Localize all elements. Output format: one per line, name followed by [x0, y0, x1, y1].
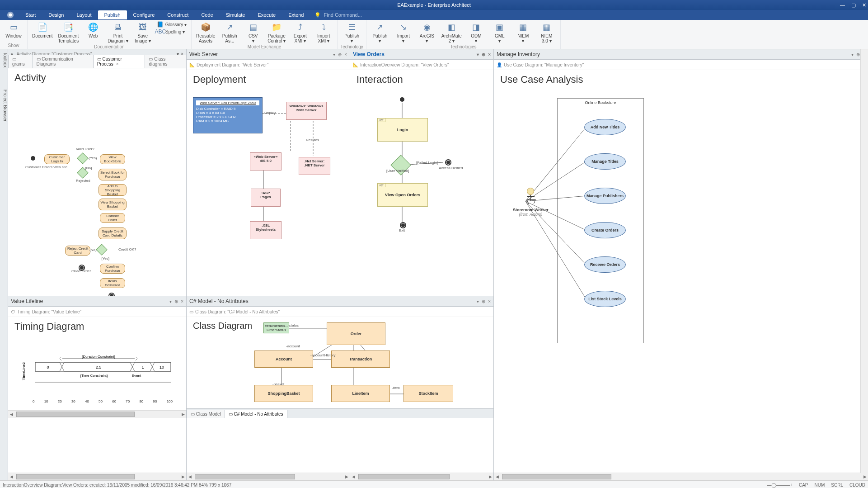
maximize-icon[interactable]: ▢ — [851, 2, 856, 8]
enum-node[interactable]: «enumeratio...OrderStatus — [263, 322, 289, 333]
activity-tabs: ▭ grams▭ Communication Diagrams▭ Custome… — [8, 59, 186, 68]
close-icon[interactable]: ✕ — [862, 2, 866, 8]
hscrollbar[interactable]: ◀▶ — [494, 473, 868, 480]
ribbon-export-xmi-[interactable]: ⤴ExportXMI ▾ — [289, 21, 311, 44]
menu-execute[interactable]: Execute — [251, 10, 282, 19]
actor[interactable]: Storeroom Worker(from Actors) — [513, 188, 549, 217]
ribbon-document[interactable]: 📄Document — [30, 21, 55, 39]
ribbon-archimate-[interactable]: ◧ArchiMate2 ▾ — [440, 21, 464, 44]
ribbon-document-templates[interactable]: 📑DocumentTemplates — [56, 21, 81, 44]
use-case[interactable]: Receive Orders — [584, 256, 626, 273]
class-node[interactable]: StockItem — [404, 385, 453, 402]
deployment-node[interactable]: :XSL Stylesheets — [250, 221, 282, 239]
menu-design[interactable]: Design — [42, 10, 70, 19]
class-node[interactable]: Order — [327, 322, 385, 345]
pane-header[interactable]: Manage Inventory▾⊕× — [494, 49, 868, 60]
interaction-ref[interactable]: refView Open Orders — [377, 183, 428, 207]
ribbon-window[interactable]: ▭Window — [3, 21, 24, 39]
menu-layout[interactable]: Layout — [70, 10, 98, 19]
find-command[interactable]: 💡 Find Command... — [314, 12, 361, 18]
pin-icon[interactable]: ⊕ — [338, 52, 342, 57]
use-case[interactable]: Manage Publishers — [584, 188, 626, 204]
activity-node[interactable]: Commit Order — [100, 213, 125, 223]
tab-cs-model[interactable]: ▭ C# Model - No Attributes — [225, 410, 287, 418]
ribbon-package-control-[interactable]: 📁PackageControl ▾ — [266, 21, 287, 44]
tab-grams[interactable]: ▭ grams — [8, 55, 33, 68]
ribbon-import-[interactable]: ↘Import▾ — [393, 21, 414, 44]
menu-configure[interactable]: Configure — [127, 10, 161, 19]
ribbon-gml-[interactable]: ▣GML▾ — [489, 21, 511, 44]
activity-node[interactable]: Add to Shopping Basket — [99, 184, 127, 196]
deployment-node[interactable]: «Web Server» :IIS 5.0 — [250, 152, 282, 171]
menu-start[interactable]: Start — [19, 10, 42, 19]
ribbon-arcgis-[interactable]: ◉ArcGIS▾ — [416, 21, 438, 44]
menu-bar: Start Design Layout Publish Configure Co… — [0, 10, 868, 20]
status-right: —◯———+ CAP NUM SCRL CLOUD — [767, 483, 865, 488]
activity-node[interactable]: Reject Credit Card — [65, 246, 90, 256]
ribbon-publish-[interactable]: ☰Publish▾ — [341, 21, 363, 44]
class-node[interactable]: Account — [254, 351, 313, 368]
pane-header[interactable]: Value Lifeline▾⊕× — [8, 296, 186, 307]
device-node[interactable]: Web Server: Dell PowerEdge 2650Disk Cont… — [193, 97, 263, 133]
ribbon-import-xmi-[interactable]: ⤵ImportXMI ▾ — [313, 21, 334, 44]
activity-node[interactable]: Supply Credit Card Details — [99, 227, 127, 239]
pane-header[interactable]: Web Server▾⊕× — [187, 49, 350, 60]
minimize-icon[interactable]: — — [840, 2, 845, 8]
zoom-slider[interactable]: —◯———+ — [767, 483, 793, 488]
tab-communication-diagrams[interactable]: ▭ Communication Diagrams — [33, 55, 94, 68]
activity-node[interactable]: Customer Logs In — [44, 154, 70, 164]
ribbon-niem-[interactable]: ▦NIEM3.0 ▾ — [536, 21, 558, 44]
activity-node[interactable]: Items Delivered — [100, 278, 125, 288]
ribbon-odm-[interactable]: ◨ODM▾ — [465, 21, 487, 44]
cs-model-pane: C# Model - No Attributes▾⊕× ▭Class Diagr… — [187, 296, 494, 418]
hscrollbar[interactable]: ◀▶ — [8, 473, 186, 480]
ribbon-reusable-assets[interactable]: 📦ReusableAssets — [194, 21, 217, 44]
tab-customer-process[interactable]: ▭ Customer Process× — [93, 55, 145, 68]
timing-diagram: TimeLine2 {Duration Constraint} 0 2.5 1 … — [26, 353, 175, 403]
use-case[interactable]: Add New Titles — [584, 119, 626, 135]
menu-code[interactable]: Code — [195, 10, 219, 19]
ribbon-publish-[interactable]: ↗Publish▾ — [369, 21, 391, 44]
pane-header[interactable]: C# Model - No Attributes▾⊕× — [187, 296, 493, 307]
pane-header[interactable]: View Orders▾⊕× — [350, 49, 493, 60]
activity-node[interactable]: Confirm Purchase — [100, 264, 125, 274]
hscrollbar[interactable]: ◀▶ — [187, 473, 350, 480]
activity-node[interactable]: View Shopping Basket — [99, 199, 127, 210]
inventory-continuation — [494, 296, 868, 418]
class-node[interactable]: LineItem — [331, 385, 390, 402]
menu-extend[interactable]: Extend — [282, 10, 310, 19]
activity-node[interactable]: View BookStore — [100, 154, 125, 164]
ribbon-print-diagram-[interactable]: 🖶PrintDiagram ▾ — [106, 21, 130, 44]
close-icon[interactable]: × — [344, 52, 347, 57]
menu-simulate[interactable]: Simulate — [220, 10, 252, 19]
ribbon-web[interactable]: 🌐Web — [82, 21, 104, 39]
class-node[interactable]: ShoppingBasket — [254, 385, 313, 402]
ribbon-save-image-[interactable]: 🖼SaveImage ▾ — [132, 21, 154, 44]
svg-text:10: 10 — [160, 365, 164, 370]
ribbon-csv-[interactable]: ▤CSV▾ — [242, 21, 264, 44]
diagram-title: Timing Diagram — [8, 317, 186, 336]
use-case[interactable]: Create Orders — [584, 222, 626, 238]
timing-canvas[interactable]: Timing Diagram TimeLine2 {Duration Const… — [8, 317, 186, 410]
hscrollbar[interactable]: ◀▶ — [350, 473, 493, 480]
interaction-ref[interactable]: refLogin — [377, 118, 428, 142]
dropdown-icon[interactable]: ▾ — [333, 52, 335, 57]
menu-construct[interactable]: Construct — [161, 10, 195, 19]
ribbon-niem-[interactable]: ▦NIEM▾ — [512, 21, 534, 44]
app-title: EAExample - Enterprise Architect — [397, 2, 471, 8]
deployment-node[interactable]: .Net Server: .NET Server — [299, 157, 330, 175]
hscrollbar[interactable]: ◀▶ — [8, 410, 186, 418]
tab-class-diagrams[interactable]: ▭ Class diagrams — [145, 55, 187, 68]
deployment-node[interactable]: :ASP Pages — [251, 189, 281, 207]
menu-publish[interactable]: Publish — [98, 10, 127, 19]
diagram-title: Deployment — [187, 70, 350, 89]
activity-node[interactable]: Select Book for Purchase — [99, 169, 127, 180]
class-canvas[interactable]: Class Diagram «enumeratio...OrderStatusO… — [187, 317, 493, 408]
use-case[interactable]: Manage Titles — [584, 153, 626, 170]
class-node[interactable]: Transaction — [331, 351, 390, 368]
ribbon-publish-as-[interactable]: ↗PublishAs... — [219, 21, 240, 44]
deployment-node[interactable]: Windows: Windows 2003 Server — [286, 102, 327, 120]
title-bar: EAExample - Enterprise Architect — ▢ ✕ — [0, 0, 868, 10]
toolbox-collapsed-tab[interactable]: Toolbox Project Browser — [0, 49, 8, 480]
tab-class-model[interactable]: ▭ Class Model — [187, 410, 225, 418]
